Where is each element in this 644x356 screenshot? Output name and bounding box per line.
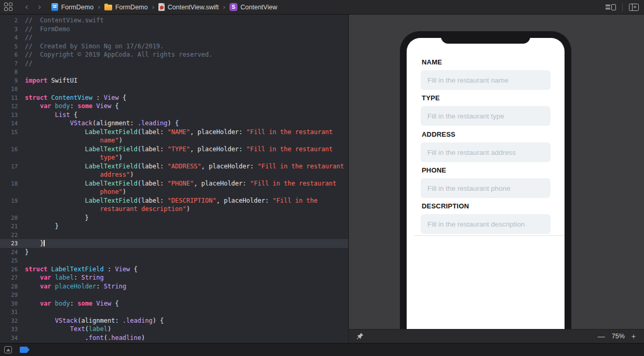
line-number: 2 (0, 16, 18, 25)
forward-button[interactable]: › (33, 3, 46, 11)
code-line[interactable]: 18 LabelTextField(label: "PHONE", placeH… (0, 179, 348, 188)
field-label: PHONE (422, 166, 446, 174)
breadcrumb-item[interactable]: ContentView.swift (158, 3, 219, 11)
breadcrumb-label: ContentView.swift (168, 4, 219, 11)
code-line[interactable]: 27 var label: String (0, 273, 348, 282)
code-line[interactable]: 14 VStack(alignment: .leading) { (0, 119, 348, 128)
code-text: var placeHolder: String (25, 282, 126, 291)
code-line[interactable]: 13 List { (0, 111, 348, 120)
code-line[interactable]: 23 } (0, 239, 348, 248)
code-line[interactable]: 21 } (0, 222, 348, 231)
code-text: LabelTextField(label: "NAME", placeHolde… (25, 128, 332, 137)
line-number: 3 (0, 25, 18, 34)
breadcrumb-item[interactable]: FormDemo (104, 4, 148, 11)
breadcrumb-separator: › (152, 4, 154, 11)
code-line[interactable]: type") (0, 153, 348, 162)
code-line[interactable]: 12 var body: some View { (0, 102, 348, 111)
code-line[interactable]: 15 LabelTextField(label: "NAME", placeHo… (0, 128, 348, 137)
code-line[interactable]: 20 } (0, 214, 348, 222)
code-line[interactable]: phone") (0, 188, 348, 196)
code-text: // Copyright © 2019 AppCoda. All rights … (25, 50, 212, 59)
code-text: .font(.headline) (25, 334, 145, 342)
breakpoint-icon[interactable] (20, 347, 30, 353)
jump-bar: ‹ › FormDemo›FormDemo›ContentView.swift›… (0, 0, 644, 15)
code-text: phone") (25, 188, 126, 196)
code-line[interactable]: 4// (0, 33, 348, 42)
folder-icon (104, 5, 112, 10)
field-placeholder: Fill in the restaurant phone (427, 184, 511, 192)
line-number: 21 (0, 222, 18, 231)
related-items-icon[interactable] (4, 3, 13, 11)
code-line[interactable]: 10 (0, 85, 348, 94)
code-line[interactable]: 9import SwiftUI (0, 76, 348, 85)
code-text: var body: some View { (25, 102, 119, 111)
code-text: VStack(alignment: .leading) { (25, 317, 164, 325)
code-text: LabelTextField(label: "TYPE", placeHolde… (25, 145, 332, 154)
code-line[interactable]: 33 Text(label) (0, 325, 348, 334)
line-number: 20 (0, 214, 18, 222)
text-field[interactable]: Fill in the restaurant phone (421, 178, 551, 198)
breadcrumb-item[interactable]: FormDemo (51, 3, 94, 11)
code-line[interactable]: 32 VStack(alignment: .leading) { (0, 317, 348, 325)
code-text: LabelTextField(label: "ADDRESS", placeHo… (25, 162, 344, 171)
code-text: LabelTextField(label: "PHONE", placeHold… (25, 179, 337, 188)
code-line[interactable]: 25 (0, 256, 348, 265)
code-line[interactable]: restaurant description") (0, 205, 348, 214)
zoom-in-button[interactable]: + (632, 333, 636, 340)
code-line[interactable]: 17 LabelTextField(label: "ADDRESS", plac… (0, 162, 348, 171)
code-line[interactable]: 22 (0, 231, 348, 240)
text-field[interactable]: Fill in the restaurant name (421, 70, 551, 90)
code-text: VStack(alignment: .leading) { (25, 119, 179, 128)
field-label: ADDRESS (422, 130, 455, 138)
zoom-out-button[interactable]: — (598, 333, 605, 340)
line-number: 8 (0, 68, 18, 76)
text-field[interactable]: Fill in the restaurant address (421, 142, 551, 162)
code-line[interactable]: 6// Copyright © 2019 AppCoda. All rights… (0, 50, 348, 59)
code-text: Text(label) (25, 325, 111, 334)
code-line[interactable]: 5// Created by Simon Ng on 17/6/2019. (0, 42, 348, 51)
line-number: 24 (0, 248, 18, 257)
code-line[interactable]: name") (0, 136, 348, 145)
code-line[interactable]: 16 LabelTextField(label: "TYPE", placeHo… (0, 145, 348, 154)
back-button[interactable]: ‹ (20, 3, 33, 11)
line-number: 5 (0, 42, 18, 51)
code-line[interactable]: 8 (0, 68, 348, 76)
add-editor-button[interactable]: + (629, 4, 639, 11)
code-line[interactable]: 30 var body: some View { (0, 299, 348, 308)
code-line[interactable]: 19 LabelTextField(label: "DESCRIPTION", … (0, 196, 348, 205)
breadcrumb-item[interactable]: SContentView (230, 3, 277, 11)
line-number: 26 (0, 265, 18, 274)
code-lines: 2// ContentView.swift3// FormDemo4//5// … (0, 16, 348, 343)
code-line[interactable]: 11struct ContentView : View { (0, 94, 348, 102)
code-text: struct ContentView : View { (25, 94, 126, 102)
code-line[interactable]: 28 var placeHolder: String (0, 282, 348, 291)
zoom-level-label[interactable]: 75% (612, 333, 625, 340)
text-field[interactable]: Fill in the restaurant type (421, 106, 551, 126)
line-number: 32 (0, 317, 18, 325)
code-line[interactable]: 29 (0, 291, 348, 299)
text-field[interactable]: Fill in the restaurant description (421, 214, 551, 234)
editor-options-button[interactable] (606, 4, 616, 10)
debug-area-toggle-icon[interactable] (4, 346, 12, 353)
code-line[interactable]: 3// FormDemo (0, 25, 348, 34)
line-number: 15 (0, 128, 18, 137)
code-text: LabelTextField(label: "DESCRIPTION", pla… (25, 196, 318, 205)
code-line[interactable]: 34 .font(.headline) (0, 334, 348, 342)
line-number: 10 (0, 85, 18, 94)
code-line[interactable]: 26struct LabelTextField : View { (0, 265, 348, 274)
iphone-notch (441, 31, 530, 44)
grid-square (9, 3, 12, 6)
code-line[interactable]: 31 (0, 308, 348, 317)
line-number: 6 (0, 50, 18, 59)
line-number: 31 (0, 308, 18, 317)
pin-preview-button[interactable] (356, 333, 364, 340)
code-line[interactable]: 2// ContentView.swift (0, 16, 348, 25)
code-line[interactable]: 24} (0, 248, 348, 257)
struct-icon: S (230, 3, 237, 11)
code-line[interactable]: address") (0, 170, 348, 179)
code-line[interactable]: 7// (0, 59, 348, 68)
code-line[interactable]: 35 TextField(placeHolder, text: .constan… (0, 342, 348, 343)
code-editor[interactable]: 2// ContentView.swift3// FormDemo4//5// … (0, 15, 348, 343)
project-icon (51, 3, 58, 11)
grid-square (4, 3, 8, 6)
